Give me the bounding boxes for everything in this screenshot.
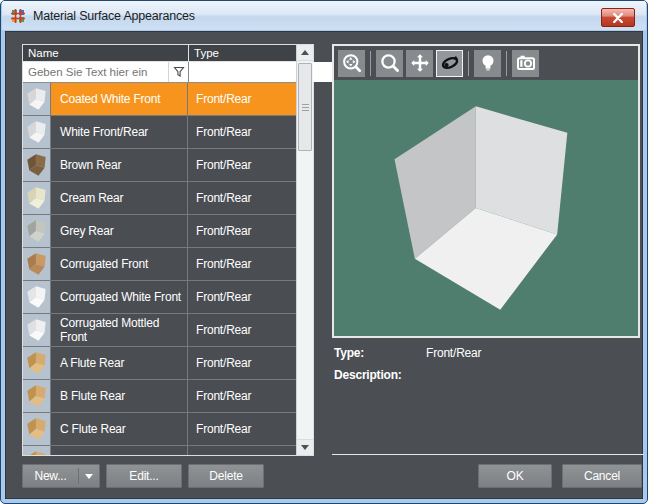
- material-thumbnail-icon: [23, 281, 51, 313]
- toolbar-separator: [370, 51, 371, 76]
- scroll-down-button[interactable]: [297, 439, 313, 455]
- orbit-button[interactable]: [436, 50, 463, 77]
- list-row[interactable]: [23, 446, 296, 455]
- row-name: Cream Rear: [51, 182, 188, 214]
- type-value: Front/Rear: [426, 346, 481, 361]
- zoom-extents-icon: [342, 53, 362, 73]
- list-row[interactable]: Corrugated Mottled FrontFront/Rear: [23, 314, 296, 347]
- list-header: Name Type: [23, 45, 296, 62]
- zoom-extents-button[interactable]: [338, 50, 365, 77]
- close-icon: [612, 13, 624, 23]
- row-name: Grey Rear: [51, 215, 188, 247]
- material-rows: Coated White FrontFront/RearWhite Front/…: [23, 83, 296, 455]
- list-row[interactable]: Corrugated White FrontFront/Rear: [23, 281, 296, 314]
- row-type: Front/Rear: [188, 116, 296, 148]
- scrollbar-thumb[interactable]: [298, 63, 312, 151]
- new-dropdown-arrow[interactable]: [79, 474, 99, 479]
- light-button[interactable]: [474, 50, 501, 77]
- row-name: Corrugated Mottled Front: [51, 314, 188, 346]
- row-type: [188, 446, 296, 455]
- row-name: B Flute Rear: [51, 380, 188, 412]
- column-header-type[interactable]: Type: [189, 45, 296, 61]
- name-filter-funnel-icon[interactable]: [168, 62, 188, 82]
- zoom-button[interactable]: [376, 50, 403, 77]
- window-title: Material Surface Appearances: [33, 9, 195, 23]
- row-name: Brown Rear: [51, 149, 188, 181]
- preview-3d-view[interactable]: [334, 80, 638, 336]
- material-thumbnail-icon: [23, 413, 51, 445]
- material-thumbnail-icon: [23, 116, 51, 148]
- list-row[interactable]: B Flute RearFront/Rear: [23, 380, 296, 413]
- app-icon: [10, 8, 26, 24]
- camera-button[interactable]: [512, 50, 539, 77]
- row-type: Front/Rear: [188, 281, 296, 313]
- column-header-name[interactable]: Name: [23, 45, 189, 61]
- material-thumbnail-icon: [23, 314, 51, 346]
- list-scrollbar[interactable]: [296, 45, 313, 455]
- material-thumbnail-icon: [23, 347, 51, 379]
- row-name: [51, 446, 188, 455]
- cancel-button[interactable]: Cancel: [562, 464, 642, 488]
- light-icon: [478, 53, 498, 73]
- dialog-body: Name Type: [5, 31, 643, 499]
- row-type: Front/Rear: [188, 413, 296, 445]
- list-row[interactable]: Coated White FrontFront/Rear: [23, 83, 296, 116]
- new-button-label: New...: [23, 469, 78, 483]
- new-button[interactable]: New...: [22, 464, 100, 488]
- delete-button[interactable]: Delete: [188, 464, 264, 488]
- row-type: Front/Rear: [188, 149, 296, 181]
- list-row[interactable]: Corrugated FrontFront/Rear: [23, 248, 296, 281]
- row-name: C Flute Rear: [51, 413, 188, 445]
- preview-toolbar: [334, 46, 638, 80]
- list-row[interactable]: A Flute RearFront/Rear: [23, 347, 296, 380]
- list-row[interactable]: C Flute RearFront/Rear: [23, 413, 296, 446]
- list-row[interactable]: Cream RearFront/Rear: [23, 182, 296, 215]
- row-type: Front/Rear: [188, 83, 296, 115]
- pan-button[interactable]: [406, 50, 433, 77]
- row-type: Front/Rear: [188, 215, 296, 247]
- orbit-icon: [440, 53, 460, 73]
- material-thumbnail-icon: [23, 182, 51, 214]
- title-bar[interactable]: Material Surface Appearances: [2, 1, 646, 30]
- content-separator: [332, 454, 644, 455]
- zoom-icon: [380, 53, 400, 73]
- chevron-down-icon: [85, 474, 93, 479]
- list-row[interactable]: Brown RearFront/Rear: [23, 149, 296, 182]
- material-thumbnail-icon: [23, 380, 51, 412]
- camera-icon: [516, 53, 536, 73]
- preview-box-render: [364, 86, 608, 330]
- details-section: Type: Front/Rear Description:: [334, 346, 640, 390]
- list-row[interactable]: Grey RearFront/Rear: [23, 215, 296, 248]
- toolbar-separator: [506, 51, 507, 76]
- material-thumbnail-icon: [23, 215, 51, 247]
- material-list: Name Type: [22, 44, 314, 456]
- row-type: Front/Rear: [188, 182, 296, 214]
- scroll-up-button[interactable]: [297, 45, 313, 61]
- row-name: Coated White Front: [51, 83, 188, 115]
- row-type: Front/Rear: [188, 314, 296, 346]
- row-name: White Front/Rear: [51, 116, 188, 148]
- row-name: A Flute Rear: [51, 347, 188, 379]
- list-row[interactable]: White Front/RearFront/Rear: [23, 116, 296, 149]
- preview-panel: [332, 44, 640, 338]
- name-filter-input[interactable]: [23, 66, 168, 78]
- row-type: Front/Rear: [188, 248, 296, 280]
- pan-icon: [410, 53, 430, 73]
- row-name: Corrugated White Front: [51, 281, 188, 313]
- material-thumbnail-icon: [23, 83, 51, 115]
- material-thumbnail-icon: [23, 248, 51, 280]
- description-label: Description:: [334, 368, 426, 383]
- material-thumbnail-icon: [23, 446, 51, 455]
- row-type: Front/Rear: [188, 380, 296, 412]
- row-name: Corrugated Front: [51, 248, 188, 280]
- close-button[interactable]: [601, 8, 635, 27]
- dialog-window: Material Surface Appearances Name Type: [0, 0, 648, 504]
- material-thumbnail-icon: [23, 149, 51, 181]
- toolbar-separator: [468, 51, 469, 76]
- row-type: Front/Rear: [188, 347, 296, 379]
- edit-button[interactable]: Edit...: [106, 464, 182, 488]
- type-label: Type:: [334, 346, 426, 361]
- type-filter-input[interactable]: [189, 66, 350, 78]
- ok-button[interactable]: OK: [478, 464, 552, 488]
- filter-row: [23, 62, 296, 83]
